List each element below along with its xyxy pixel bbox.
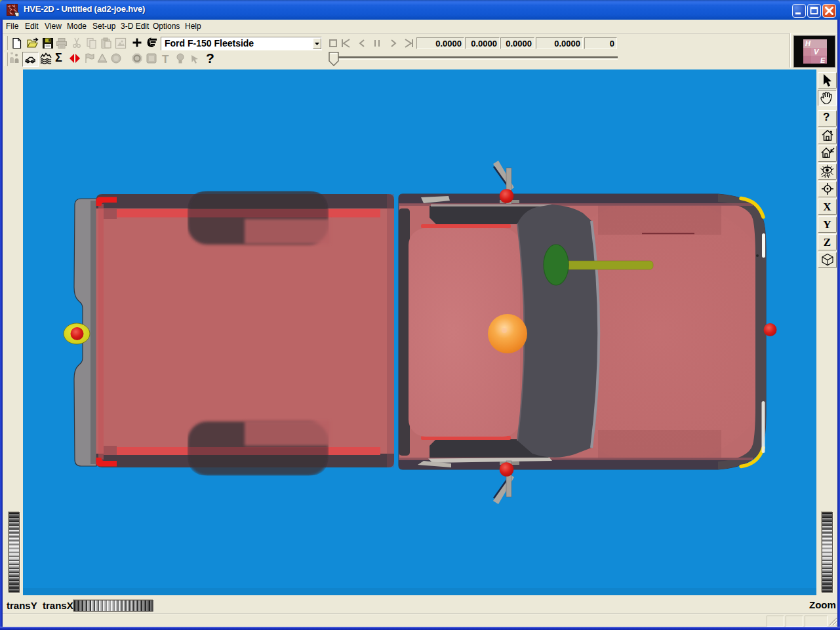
svg-text:H: H [805,39,811,47]
svg-text:E: E [820,56,826,64]
